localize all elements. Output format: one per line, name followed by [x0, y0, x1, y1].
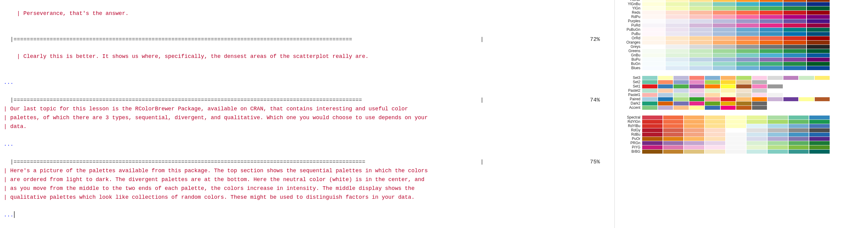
color-swatch — [815, 97, 830, 101]
continue-prompt[interactable]: ... — [4, 140, 611, 148]
color-swatch — [783, 2, 806, 6]
color-swatch — [713, 28, 736, 32]
color-swatch — [736, 66, 759, 70]
color-swatch — [721, 97, 736, 101]
prompt-bar-icon: | — [4, 185, 10, 192]
console-pane[interactable]: | Perseverance, that's the answer. |====… — [0, 0, 615, 228]
color-swatch — [788, 141, 809, 145]
color-swatch — [747, 141, 767, 145]
palette-row: Oranges — [617, 40, 866, 45]
color-swatch — [642, 141, 662, 145]
color-swatch — [736, 97, 751, 101]
palette-row: Pastel2 — [617, 88, 866, 93]
color-swatch — [799, 97, 814, 101]
palette-swatches — [642, 76, 830, 80]
color-swatch — [721, 76, 736, 80]
plots-pane[interactable]: YlOrBrYlGnBuYlGnRedsRdPuPurplesPuRdPuBuG… — [615, 0, 868, 228]
color-swatch — [663, 150, 684, 153]
color-swatch — [721, 102, 736, 106]
color-swatch — [642, 32, 665, 36]
color-swatch — [809, 145, 830, 149]
color-swatch — [760, 36, 782, 40]
color-swatch — [689, 93, 705, 97]
color-swatch — [684, 133, 704, 137]
color-swatch — [747, 120, 767, 124]
color-swatch — [642, 128, 662, 132]
color-swatch — [642, 0, 665, 2]
color-swatch — [809, 133, 830, 137]
color-swatch — [736, 76, 751, 80]
color-swatch — [809, 128, 830, 132]
color-swatch — [642, 15, 665, 19]
console-line: | Our last topic for this lesson is the … — [4, 105, 611, 113]
color-swatch — [689, 2, 712, 6]
color-swatch — [689, 32, 712, 36]
color-swatch — [665, 49, 688, 53]
continue-prompt[interactable]: ... — [4, 78, 611, 87]
color-swatch — [736, 102, 751, 106]
color-swatch — [684, 124, 704, 128]
palette-row: PuOr — [617, 137, 866, 141]
color-swatch — [658, 102, 673, 106]
color-swatch — [684, 145, 704, 149]
prompt-bar-icon: | — [4, 176, 10, 182]
color-swatch — [768, 97, 783, 101]
color-swatch — [713, 11, 736, 15]
color-swatch — [809, 124, 830, 128]
color-swatch — [689, 40, 712, 45]
palette-row: YlGn — [617, 6, 866, 10]
color-swatch — [768, 124, 788, 128]
palette-row: PiYG — [617, 145, 866, 149]
palette-swatches — [642, 36, 830, 40]
color-swatch — [807, 45, 830, 49]
color-swatch — [752, 76, 767, 80]
color-swatch — [642, 116, 662, 119]
color-swatch — [807, 40, 830, 45]
progress-bar-72: |=======================================… — [4, 35, 611, 44]
color-swatch — [747, 133, 767, 137]
palette-swatches — [642, 58, 830, 62]
color-swatch — [783, 36, 806, 40]
color-swatch — [783, 28, 806, 32]
palette-swatches — [642, 128, 830, 132]
prompt-bar-icon: | — [4, 123, 10, 130]
color-swatch — [760, 58, 782, 62]
color-swatch — [736, 84, 751, 88]
color-swatch — [689, 106, 705, 110]
color-swatch — [665, 11, 688, 15]
color-swatch — [807, 28, 830, 32]
color-swatch — [642, 53, 665, 57]
color-swatch — [674, 106, 689, 110]
color-swatch — [713, 6, 736, 10]
prompt-bar-icon: | — [4, 106, 10, 112]
color-swatch — [726, 128, 746, 132]
color-swatch — [783, 0, 806, 2]
divergent-palettes-group: SpectralRdYlGnRdYlBuRdGyRdBuPuOrPRGnPiYG… — [617, 115, 866, 153]
palette-row: Pastel1 — [617, 93, 866, 97]
palette-swatches — [642, 141, 830, 145]
color-swatch — [684, 137, 704, 141]
color-swatch — [705, 133, 725, 137]
color-swatch — [788, 128, 809, 132]
palette-row: Set1 — [617, 84, 866, 88]
color-swatch — [684, 150, 704, 153]
color-swatch — [736, 80, 751, 84]
color-swatch — [788, 145, 809, 149]
console-line: | qualitative palettes which look like c… — [4, 193, 611, 201]
color-swatch — [713, 58, 736, 62]
color-swatch — [642, 36, 665, 40]
color-swatch — [684, 128, 704, 132]
color-swatch — [665, 66, 688, 70]
color-swatch — [807, 2, 830, 6]
color-swatch — [809, 150, 830, 153]
color-swatch — [783, 24, 806, 27]
color-swatch — [663, 141, 684, 145]
palette-swatches — [642, 53, 830, 57]
color-swatch — [783, 97, 799, 101]
color-swatch — [674, 76, 689, 80]
continue-prompt[interactable]: ... — [4, 211, 611, 219]
palette-row: BrBG — [617, 149, 866, 153]
color-swatch — [642, 93, 657, 97]
color-swatch — [807, 62, 830, 66]
color-swatch — [760, 24, 782, 27]
